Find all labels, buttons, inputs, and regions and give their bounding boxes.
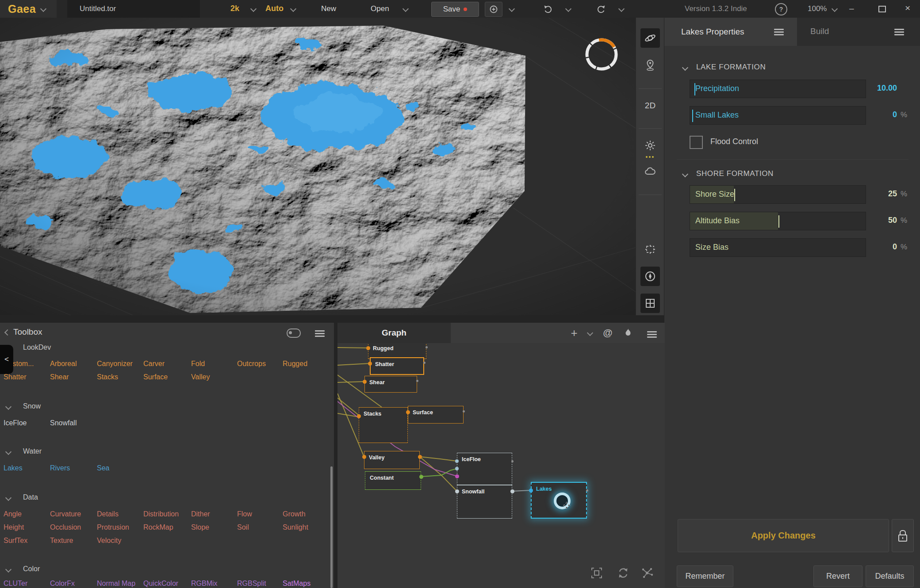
orbit-view-button[interactable] <box>640 28 660 48</box>
toolbox-category-header[interactable]: Color <box>0 564 327 576</box>
toolbox-item[interactable]: Fold <box>191 360 205 368</box>
toolbox-item[interactable]: Shatter <box>4 373 27 381</box>
property-slider[interactable]: Precipitation <box>690 80 866 98</box>
new-button[interactable]: New <box>321 4 336 13</box>
toolbox-item[interactable]: Flow <box>237 510 252 518</box>
graph-tab[interactable]: Graph <box>337 323 451 343</box>
chevron-down-icon[interactable] <box>250 6 257 12</box>
help-button[interactable]: ? <box>775 3 787 15</box>
graph-node-constant[interactable]: Constant <box>365 471 421 490</box>
toolbox-item[interactable]: RGBSplit <box>237 580 266 588</box>
terrain-3d-viewport[interactable] <box>0 18 636 315</box>
chevron-left-icon[interactable] <box>4 329 11 336</box>
property-field[interactable]: Small Lakes0% <box>664 106 920 125</box>
node-port[interactable] <box>357 414 361 418</box>
rebuild-button[interactable] <box>615 565 631 581</box>
2d-view-button[interactable]: 2D <box>640 96 660 115</box>
node-port[interactable] <box>455 467 459 470</box>
bake-button[interactable] <box>621 327 635 339</box>
toolbox-item[interactable]: Details <box>97 510 119 518</box>
toolbox-item[interactable]: Snowfall <box>50 419 77 427</box>
atmosphere-button[interactable] <box>640 161 660 181</box>
toolbox-item[interactable]: Soil <box>237 523 249 531</box>
graph-node-snowfall[interactable]: Snowfall <box>457 485 512 519</box>
tab-build[interactable]: Build <box>810 27 829 36</box>
toolbox-item[interactable]: Texture <box>50 537 73 545</box>
toolbox-item[interactable]: Shear <box>50 373 69 381</box>
toolbox-toggle-icon[interactable] <box>287 328 301 338</box>
toolbox-item[interactable]: Stacks <box>97 373 118 381</box>
property-slider[interactable]: Shore Size <box>690 185 866 204</box>
chevron-down-icon[interactable] <box>618 6 625 12</box>
chevron-down-icon[interactable] <box>290 6 296 12</box>
toolbox-scrollbar[interactable] <box>330 466 333 588</box>
toolbox-item[interactable]: SatMaps <box>283 580 310 588</box>
node-port[interactable] <box>416 380 418 382</box>
node-port[interactable] <box>419 475 423 479</box>
remember-button[interactable]: Remember <box>677 565 733 587</box>
property-slider[interactable]: Size Bias <box>690 238 866 257</box>
graph-node-lakes[interactable]: Lakes <box>531 482 587 519</box>
minimize-button[interactable]: – <box>849 4 854 13</box>
toolbox-item[interactable]: Lakes <box>4 464 23 472</box>
property-field[interactable]: Size Bias0% <box>664 238 920 257</box>
node-port[interactable] <box>362 455 366 459</box>
chevron-down-icon[interactable] <box>583 327 597 339</box>
toolbox-item[interactable]: Outcrops <box>237 360 266 368</box>
save-button[interactable]: Save <box>431 2 479 17</box>
toolbox-item[interactable]: Velocity <box>97 537 121 545</box>
toolbox-item[interactable]: Carver <box>143 360 165 368</box>
toolbox-item[interactable]: SurfTex <box>4 537 27 545</box>
node-port[interactable] <box>510 489 514 493</box>
chevron-down-icon[interactable] <box>402 6 409 12</box>
toolbox-item[interactable]: Dither <box>191 510 210 518</box>
defaults-button[interactable]: Defaults <box>866 565 914 587</box>
toolbox-item[interactable]: CLUTer <box>4 580 27 588</box>
section-lake-formation[interactable]: LAKE FORMATION <box>664 62 920 74</box>
toolbox-category-header[interactable]: Snow <box>0 401 327 413</box>
graph-node-stacks[interactable]: Stacks <box>359 407 408 443</box>
node-port[interactable] <box>463 410 465 412</box>
chevron-down-icon[interactable] <box>509 6 515 12</box>
node-port[interactable] <box>586 489 588 492</box>
close-button[interactable]: × <box>905 3 910 13</box>
node-port[interactable] <box>363 380 367 384</box>
hamburger-menu-icon[interactable] <box>647 330 657 339</box>
toolbox-item[interactable]: Normal Map <box>97 580 135 588</box>
maximize-button[interactable] <box>878 6 886 12</box>
app-menu[interactable]: Gaea <box>0 0 57 18</box>
toolbox-category-header[interactable]: Data <box>0 492 327 504</box>
tab-lakes-properties[interactable]: Lakes Properties <box>664 18 797 46</box>
toolbox-item[interactable]: QuickColor <box>143 580 178 588</box>
mention-button[interactable]: @ <box>601 327 614 339</box>
graph-node-rugged[interactable]: Rugged <box>368 342 426 359</box>
node-port[interactable] <box>418 455 422 459</box>
node-port[interactable] <box>455 474 459 478</box>
property-slider[interactable]: Small Lakes <box>690 106 866 125</box>
toolbox-item[interactable]: RGBMix <box>191 580 218 588</box>
flood-control-checkbox[interactable] <box>690 136 703 149</box>
frame-region-button[interactable] <box>640 240 660 259</box>
open-button[interactable]: Open <box>371 4 389 13</box>
lock-button[interactable] <box>892 519 914 552</box>
grid-view-button[interactable] <box>640 294 660 313</box>
toolbox-item[interactable]: Valley <box>191 373 210 381</box>
node-port[interactable] <box>406 410 410 414</box>
node-port[interactable] <box>366 346 370 350</box>
node-port[interactable] <box>423 362 426 364</box>
node-port[interactable] <box>455 459 459 463</box>
node-port[interactable] <box>426 346 428 348</box>
zoom-level[interactable]: 100% <box>808 4 827 13</box>
node-port[interactable] <box>455 489 459 493</box>
toolbox-item[interactable]: RockMap <box>143 523 173 531</box>
property-slider[interactable]: Altitude Bias <box>690 212 866 230</box>
lighting-button[interactable] <box>640 136 660 155</box>
flood-control-row[interactable]: Flood Control <box>690 136 866 149</box>
toolbox-item[interactable]: Protrusion <box>97 523 129 531</box>
chevron-down-icon[interactable] <box>565 6 571 12</box>
redo-button[interactable] <box>596 4 606 14</box>
graph-node-shatter[interactable]: Shatter <box>370 357 424 375</box>
add-resource-button[interactable] <box>485 2 502 17</box>
toolbox-item[interactable]: ColorFx <box>50 580 75 588</box>
layout-nodes-button[interactable] <box>639 565 655 581</box>
